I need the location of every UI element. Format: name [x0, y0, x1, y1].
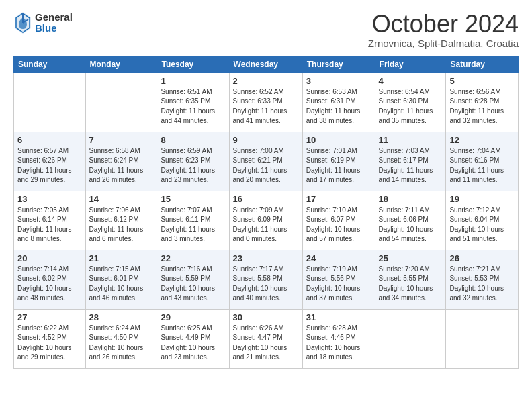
day-number: 5: [449, 76, 515, 86]
day-number: 18: [379, 194, 443, 204]
day-info: Sunrise: 7:04 AM Sunset: 6:16 PM Dayligh…: [449, 146, 515, 185]
day-number: 15: [161, 194, 225, 204]
day-number: 31: [306, 312, 371, 322]
day-number: 30: [233, 312, 299, 322]
day-info: Sunrise: 6:24 AM Sunset: 4:50 PM Dayligh…: [89, 324, 154, 363]
day-info: Sunrise: 7:00 AM Sunset: 6:21 PM Dayligh…: [233, 146, 299, 185]
day-number: 14: [89, 194, 154, 204]
day-info: Sunrise: 6:25 AM Sunset: 4:49 PM Dayligh…: [161, 324, 225, 363]
day-number: 7: [89, 135, 154, 145]
col-saturday: Saturday: [446, 56, 519, 73]
day-number: 16: [233, 194, 299, 204]
col-wednesday: Wednesday: [229, 56, 302, 73]
day-info: Sunrise: 6:53 AM Sunset: 6:31 PM Dayligh…: [306, 87, 371, 126]
day-info: Sunrise: 7:09 AM Sunset: 6:09 PM Dayligh…: [233, 205, 299, 244]
calendar-header-row: Sunday Monday Tuesday Wednesday Thursday…: [14, 56, 519, 73]
table-cell: 1Sunrise: 6:51 AM Sunset: 6:35 PM Daylig…: [157, 73, 229, 132]
day-info: Sunrise: 6:52 AM Sunset: 6:33 PM Dayligh…: [233, 87, 299, 126]
day-info: Sunrise: 7:06 AM Sunset: 6:12 PM Dayligh…: [89, 205, 154, 244]
day-info: Sunrise: 7:17 AM Sunset: 5:58 PM Dayligh…: [233, 265, 299, 304]
day-number: 19: [449, 194, 515, 204]
logo-text: General Blue: [35, 12, 73, 34]
calendar-week-row: 1Sunrise: 6:51 AM Sunset: 6:35 PM Daylig…: [14, 73, 519, 132]
day-info: Sunrise: 7:16 AM Sunset: 5:59 PM Dayligh…: [161, 265, 225, 304]
table-cell: 3Sunrise: 6:53 AM Sunset: 6:31 PM Daylig…: [302, 73, 375, 132]
day-number: 24: [306, 253, 371, 263]
table-cell: [85, 73, 157, 132]
table-cell: 15Sunrise: 7:07 AM Sunset: 6:11 PM Dayli…: [157, 191, 229, 250]
day-number: 11: [379, 135, 443, 145]
calendar-week-row: 27Sunrise: 6:22 AM Sunset: 4:52 PM Dayli…: [14, 309, 519, 368]
day-info: Sunrise: 7:15 AM Sunset: 6:01 PM Dayligh…: [89, 265, 154, 304]
table-cell: 31Sunrise: 6:28 AM Sunset: 4:46 PM Dayli…: [302, 309, 375, 368]
table-cell: 12Sunrise: 7:04 AM Sunset: 6:16 PM Dayli…: [446, 132, 519, 191]
table-cell: 22Sunrise: 7:16 AM Sunset: 5:59 PM Dayli…: [157, 250, 229, 309]
day-number: 2: [233, 76, 299, 86]
table-cell: 19Sunrise: 7:12 AM Sunset: 6:04 PM Dayli…: [446, 191, 519, 250]
day-info: Sunrise: 7:20 AM Sunset: 5:55 PM Dayligh…: [379, 265, 443, 304]
table-cell: 2Sunrise: 6:52 AM Sunset: 6:33 PM Daylig…: [229, 73, 302, 132]
day-number: 1: [161, 76, 225, 86]
month-title: October 2024: [368, 11, 519, 38]
table-cell: 4Sunrise: 6:54 AM Sunset: 6:30 PM Daylig…: [375, 73, 446, 132]
day-number: 25: [379, 253, 443, 263]
day-number: 12: [449, 135, 515, 145]
table-cell: 10Sunrise: 7:01 AM Sunset: 6:19 PM Dayli…: [302, 132, 375, 191]
day-number: 10: [306, 135, 371, 145]
table-cell: 6Sunrise: 6:57 AM Sunset: 6:26 PM Daylig…: [14, 132, 86, 191]
day-number: 13: [17, 194, 82, 204]
day-info: Sunrise: 7:21 AM Sunset: 5:53 PM Dayligh…: [449, 265, 515, 304]
day-info: Sunrise: 7:05 AM Sunset: 6:14 PM Dayligh…: [17, 205, 82, 244]
table-cell: 7Sunrise: 6:58 AM Sunset: 6:24 PM Daylig…: [85, 132, 157, 191]
table-cell: [375, 309, 446, 368]
day-number: 22: [161, 253, 225, 263]
table-cell: [446, 309, 519, 368]
table-cell: 20Sunrise: 7:14 AM Sunset: 6:02 PM Dayli…: [14, 250, 86, 309]
day-info: Sunrise: 6:57 AM Sunset: 6:26 PM Dayligh…: [17, 146, 82, 185]
day-info: Sunrise: 6:59 AM Sunset: 6:23 PM Dayligh…: [161, 146, 225, 185]
calendar-week-row: 20Sunrise: 7:14 AM Sunset: 6:02 PM Dayli…: [14, 250, 519, 309]
title-section: October 2024 Zrnovnica, Split-Dalmatia, …: [368, 11, 519, 49]
header: General Blue October 2024 Zrnovnica, Spl…: [13, 11, 519, 49]
day-number: 28: [89, 312, 154, 322]
logo: General Blue: [13, 11, 73, 35]
day-info: Sunrise: 6:58 AM Sunset: 6:24 PM Dayligh…: [89, 146, 154, 185]
table-cell: 21Sunrise: 7:15 AM Sunset: 6:01 PM Dayli…: [85, 250, 157, 309]
day-info: Sunrise: 7:19 AM Sunset: 5:56 PM Dayligh…: [306, 265, 371, 304]
day-number: 4: [379, 76, 443, 86]
day-number: 20: [17, 253, 82, 263]
day-info: Sunrise: 6:51 AM Sunset: 6:35 PM Dayligh…: [161, 87, 225, 126]
day-info: Sunrise: 6:26 AM Sunset: 4:47 PM Dayligh…: [233, 324, 299, 363]
day-info: Sunrise: 7:07 AM Sunset: 6:11 PM Dayligh…: [161, 205, 225, 244]
table-cell: 8Sunrise: 6:59 AM Sunset: 6:23 PM Daylig…: [157, 132, 229, 191]
day-info: Sunrise: 7:03 AM Sunset: 6:17 PM Dayligh…: [379, 146, 443, 185]
day-number: 27: [17, 312, 82, 322]
table-cell: 24Sunrise: 7:19 AM Sunset: 5:56 PM Dayli…: [302, 250, 375, 309]
day-number: 8: [161, 135, 225, 145]
table-cell: 29Sunrise: 6:25 AM Sunset: 4:49 PM Dayli…: [157, 309, 229, 368]
day-info: Sunrise: 6:56 AM Sunset: 6:28 PM Dayligh…: [449, 87, 515, 126]
table-cell: 28Sunrise: 6:24 AM Sunset: 4:50 PM Dayli…: [85, 309, 157, 368]
table-cell: 27Sunrise: 6:22 AM Sunset: 4:52 PM Dayli…: [14, 309, 86, 368]
table-cell: 26Sunrise: 7:21 AM Sunset: 5:53 PM Dayli…: [446, 250, 519, 309]
day-info: Sunrise: 7:14 AM Sunset: 6:02 PM Dayligh…: [17, 265, 82, 304]
day-number: 29: [161, 312, 225, 322]
logo-general-text: General: [35, 12, 73, 24]
table-cell: 23Sunrise: 7:17 AM Sunset: 5:58 PM Dayli…: [229, 250, 302, 309]
table-cell: 11Sunrise: 7:03 AM Sunset: 6:17 PM Dayli…: [375, 132, 446, 191]
day-number: 6: [17, 135, 82, 145]
day-number: 17: [306, 194, 371, 204]
calendar-table: Sunday Monday Tuesday Wednesday Thursday…: [13, 56, 519, 369]
table-cell: 18Sunrise: 7:11 AM Sunset: 6:06 PM Dayli…: [375, 191, 446, 250]
day-number: 26: [449, 253, 515, 263]
col-thursday: Thursday: [302, 56, 375, 73]
calendar-week-row: 6Sunrise: 6:57 AM Sunset: 6:26 PM Daylig…: [14, 132, 519, 191]
table-cell: 14Sunrise: 7:06 AM Sunset: 6:12 PM Dayli…: [85, 191, 157, 250]
logo-blue-text: Blue: [35, 23, 73, 34]
table-cell: 25Sunrise: 7:20 AM Sunset: 5:55 PM Dayli…: [375, 250, 446, 309]
day-number: 21: [89, 253, 154, 263]
location-subtitle: Zrnovnica, Split-Dalmatia, Croatia: [368, 38, 519, 49]
day-info: Sunrise: 7:11 AM Sunset: 6:06 PM Dayligh…: [379, 205, 443, 244]
table-cell: [14, 73, 86, 132]
table-cell: 9Sunrise: 7:00 AM Sunset: 6:21 PM Daylig…: [229, 132, 302, 191]
